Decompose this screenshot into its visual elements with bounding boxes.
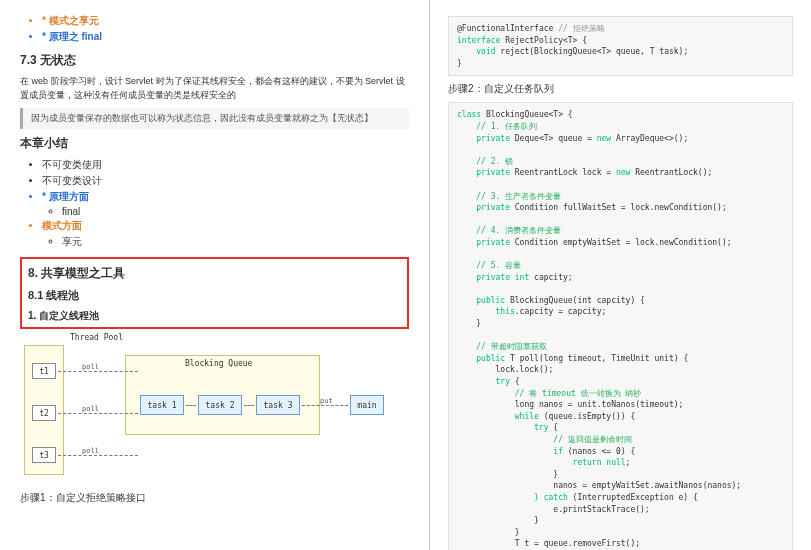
code-blocking-queue: class BlockingQueue<T> { // 1. 任务队列 priv… bbox=[448, 102, 793, 550]
summary-item-4a: 享元 bbox=[62, 235, 409, 249]
arrow-put: put bbox=[320, 397, 333, 405]
heading-8-1: 8.1 线程池 bbox=[28, 288, 401, 303]
threadpool-diagram: Thread Pool t1 t2 t3 Blocking Queue task… bbox=[20, 335, 390, 485]
task-2: task 2 bbox=[198, 395, 242, 415]
task-3: task 3 bbox=[256, 395, 300, 415]
heading-summary: 本章小结 bbox=[20, 135, 409, 152]
right-page: @FunctionalInterface // 拒绝策略 interface R… bbox=[430, 0, 811, 550]
summary-item-3: * 原理方面 final bbox=[42, 190, 409, 217]
main-box: main bbox=[350, 395, 384, 415]
step1-label: 步骤1：自定义拒绝策略接口 bbox=[20, 491, 409, 505]
arrow-poll-2: poll bbox=[82, 405, 99, 413]
top-bullets: * 模式之享元 * 原理之 final bbox=[20, 14, 409, 44]
summary-item-4: 模式方面 享元 bbox=[42, 219, 409, 249]
summary-item-1: 不可变类使用 bbox=[42, 158, 409, 172]
heading-8-1-1: 1. 自定义线程池 bbox=[28, 309, 401, 323]
thread-t2: t2 bbox=[32, 405, 56, 421]
left-page: * 模式之享元 * 原理之 final 7.3 无状态 在 web 阶段学习时，… bbox=[0, 0, 430, 550]
thread-t3: t3 bbox=[32, 447, 56, 463]
thread-pool-label: Thread Pool bbox=[70, 333, 123, 342]
thread-t1: t1 bbox=[32, 363, 56, 379]
heading-8: 8. 共享模型之工具 bbox=[28, 265, 401, 282]
summary-list: 不可变类使用 不可变类设计 * 原理方面 final 模式方面 享元 bbox=[20, 158, 409, 249]
arrow-poll-1: poll bbox=[82, 363, 99, 371]
note-stateless: 因为成员变量保存的数据也可以称为状态信息，因此没有成员变量就称之为【无状态】 bbox=[20, 108, 409, 129]
bullet-pattern: * 模式之享元 bbox=[42, 14, 409, 28]
heading-7-3: 7.3 无状态 bbox=[20, 52, 409, 69]
paragraph-7-3: 在 web 阶段学习时，设计 Servlet 时为了保证其线程安全，都会有这样的… bbox=[20, 75, 409, 102]
task-1: task 1 bbox=[140, 395, 184, 415]
highlight-section-8: 8. 共享模型之工具 8.1 线程池 1. 自定义线程池 bbox=[20, 257, 409, 329]
summary-item-3a: final bbox=[62, 206, 409, 217]
blocking-queue-label: Blocking Queue bbox=[185, 359, 252, 368]
code-reject-policy: @FunctionalInterface // 拒绝策略 interface R… bbox=[448, 16, 793, 76]
summary-item-2: 不可变类设计 bbox=[42, 174, 409, 188]
bullet-final: * 原理之 final bbox=[42, 30, 409, 44]
step2-label: 步骤2：自定义任务队列 bbox=[448, 82, 793, 96]
arrow-poll-3: poll bbox=[82, 447, 99, 455]
